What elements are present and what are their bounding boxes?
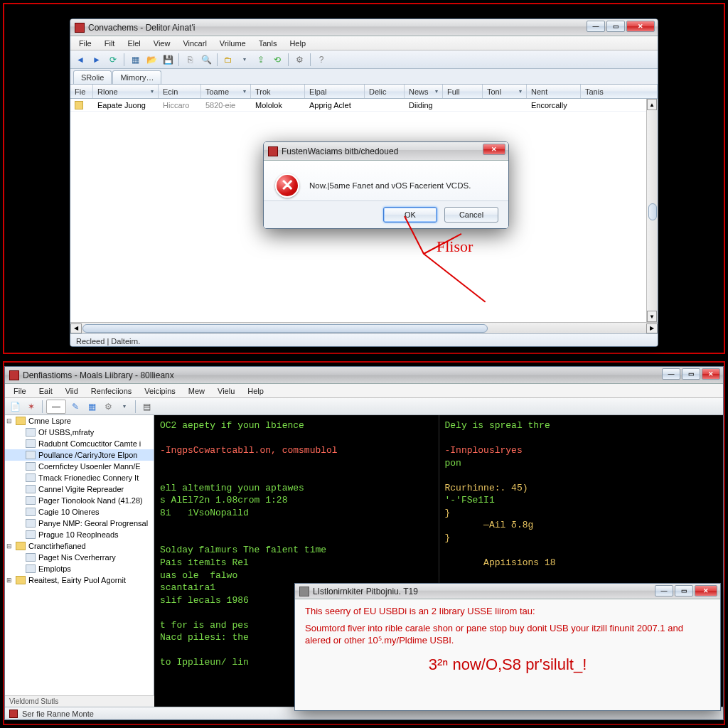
refresh-icon[interactable]: ⟳ [106,53,120,67]
dialog-title: LIstlonirnkiter Pitbojniu. T19 [313,587,418,596]
col-header[interactable]: Fie [70,85,93,98]
menu-item[interactable]: File [73,38,97,49]
icon-button[interactable]: ✎ [68,400,82,414]
minimize-button[interactable]: — [662,368,680,380]
col-header[interactable]: Ecin [159,85,201,98]
maximize-button[interactable]: ▭ [606,21,625,32]
col-header[interactable]: Elpal [305,85,365,98]
minimize-button[interactable]: — [655,585,673,596]
tree-node[interactable]: Cannel Vigite Repreader [5,483,154,495]
error-dialog: FustenWaciams bitb/chedoued ✕ ✕ Now.|5am… [263,141,509,229]
window-title: Denfiastioms - Moals Liibrary - 80lliean… [23,370,174,380]
menu-item[interactable]: Viid [60,385,84,397]
menu-item[interactable]: Vielu [212,385,240,397]
dialog-close-button[interactable]: ✕ [483,144,505,155]
maximize-button[interactable]: ▭ [675,585,693,596]
minimize-button[interactable]: — [587,21,605,32]
icon-button[interactable]: ✶ [24,400,38,414]
dialog-titlebar[interactable]: LIstlonirnkiter Pitbojniu. T19 — ▭ ✕ [295,584,720,599]
titlebar[interactable]: Denfiastioms - Moals Liibrary - 80lliean… [5,367,723,384]
maximize-button[interactable]: ▭ [682,368,700,380]
menu-item[interactable]: Elel [122,38,146,49]
menu-item[interactable]: Tanls [253,38,283,49]
grid-icon[interactable]: ▤ [139,400,154,414]
tree-node[interactable]: Tmack Frionediec Connery It [5,472,154,483]
col-header[interactable]: Delic [365,85,405,98]
cell: Hiccaro [159,99,201,111]
cell [443,99,483,111]
col-header[interactable]: Toame▾ [201,85,251,98]
menu-item[interactable]: Help [242,385,269,397]
back-icon[interactable]: ◄ [73,53,87,67]
dialog-titlebar[interactable]: FustenWaciams bitb/chedoued ✕ [264,142,508,161]
close-button[interactable]: ✕ [695,585,717,596]
forward-icon[interactable]: ► [90,53,104,67]
tree-node[interactable]: Poullance /CariryJtore Elpon [5,449,154,461]
col-header[interactable]: Tanis [581,85,658,98]
close-button[interactable]: ✕ [626,21,655,32]
tree-view[interactable]: ⊟Cmne LspreOf USBS,mfratyRadubnt Comcuct… [5,415,154,707]
copy-icon[interactable]: ⎘ [183,53,197,67]
tree-node[interactable]: Panye NMP: Georal Progrensal [5,518,154,529]
tree-node[interactable]: ⊞Reaitest, Eairty Puol Agornit [5,574,154,586]
cell: Eapate Juong [93,99,159,111]
tree-node[interactable]: Prague 10 Reoplneads [5,529,154,540]
menu-item[interactable]: Eait [33,385,58,397]
info-line: This seerry of EU USBDi is an 2 Iibrary … [305,605,710,618]
status-icon [9,710,18,718]
tree-node[interactable]: Coernfictey Usoenler Mann/E [5,461,154,472]
combo-icon[interactable]: — [46,400,66,414]
icon-button[interactable]: ⚙ [101,400,115,414]
menu-item[interactable]: Vrilume [214,38,252,49]
menu-item[interactable]: View [148,38,176,49]
tree-node[interactable]: Radubnt Comcuctitor Camte i [5,438,154,449]
menu-item[interactable]: Mew [183,385,210,397]
tree-node[interactable]: Of USBS,mfraty [5,427,154,438]
menu-item[interactable]: Vincarl [177,38,212,49]
help-icon[interactable]: ? [314,53,328,67]
save-icon[interactable]: 💾 [161,53,175,67]
tree-node[interactable]: Paget Nis Cverherrary [5,552,154,563]
col-header[interactable]: Full [443,85,483,98]
menubar: File Filt Elel View Vincarl Vrilume Tanl… [70,36,658,50]
tree-node[interactable]: Cagie 10 Oineres [5,506,154,518]
menu-item[interactable]: File [8,385,32,397]
open-icon[interactable]: 📂 [144,53,159,67]
cancel-button[interactable]: Cancel [444,207,498,223]
table-row[interactable]: Eapate Juong Hiccaro 5820·eie Mololok Ap… [70,99,658,112]
gear-icon[interactable]: ⚙ [292,53,306,67]
tab[interactable]: Mimory… [112,70,161,84]
menu-item[interactable]: Veicipins [139,385,181,397]
tab[interactable]: SRolie [73,70,112,84]
menu-item[interactable]: Renfeciions [85,385,137,397]
new-icon[interactable]: ▦ [128,53,142,67]
col-header[interactable]: Nent [527,85,581,98]
col-header[interactable]: News▾ [405,85,443,98]
menu-item[interactable]: Help [284,38,311,49]
tree-node[interactable]: Pager Tionolook Nand (41.28) [5,495,154,506]
tree-node[interactable]: Emplotps [5,563,154,574]
col-header[interactable]: Rlone▾ [93,85,159,98]
icon-button[interactable]: 📄 [8,400,22,414]
titlebar[interactable]: Convachems - Delitor Ainat'i — ▭ ✕ [70,19,658,36]
vertical-scrollbar[interactable]: ▲ ▼ [646,99,658,322]
close-button[interactable]: ✕ [702,368,720,380]
ok-button[interactable]: OK [383,207,437,223]
folder-icon[interactable]: 🗀 [221,53,235,67]
toolbar: 📄 ✶ — ✎ ▦ ⚙ ▾ ▤ [5,398,723,415]
tab-bar: SRolie Mimory… [70,69,658,85]
sync-icon[interactable]: ⟲ [270,53,284,67]
col-header[interactable]: Tonl▾ [483,85,527,98]
menu-item[interactable]: Filt [99,38,121,49]
dialog-icon [299,587,309,596]
export-icon[interactable]: ⇪ [254,53,268,67]
horizontal-scrollbar[interactable]: ◀ ▶ [70,322,658,333]
col-header[interactable]: Trok [251,85,305,98]
tree-node[interactable]: ⊟Cmne Lspre [5,415,154,427]
tree-node[interactable]: ⊟Cranctirhefianed [5,540,154,552]
chevron-down-icon[interactable]: ▾ [237,53,252,67]
chevron-down-icon[interactable]: ▾ [117,400,132,414]
menubar: File Eait Viid Renfeciions Veicipins Mew… [5,384,723,398]
icon-button[interactable]: ▦ [85,400,99,414]
search-icon[interactable]: 🔍 [199,53,213,67]
